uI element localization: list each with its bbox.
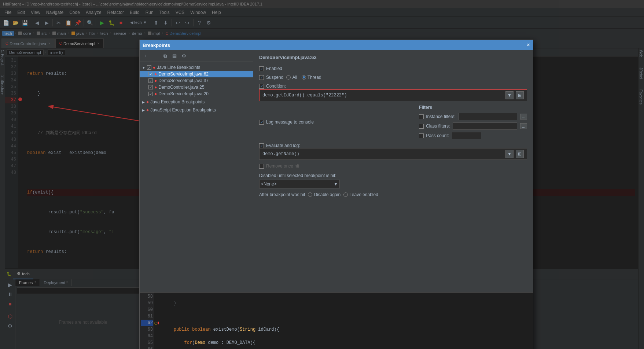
bp-item-62[interactable]: ✓ ● DemoServiceImpl.java:62	[140, 71, 253, 77]
bp-label-62: DemoServiceImpl.java:62	[158, 71, 209, 77]
bp-dot-62: ●	[154, 71, 157, 77]
pass-count-label[interactable]: Pass count:	[419, 133, 449, 138]
class-filter-checkbox[interactable]	[419, 124, 424, 129]
breakpoints-tree-panel: + − ⧉ ▤ ⚙ ▼ ✓ ● Java Line Breakpoints	[140, 50, 253, 292]
bp-config-btn[interactable]: ⚙	[180, 52, 188, 60]
bp-remove-btn[interactable]: −	[151, 52, 159, 60]
evaluate-check-label[interactable]: Evaluate and log:	[259, 143, 300, 148]
bp-item-controller25[interactable]: ✓ ● DemoController.java:25	[140, 84, 253, 91]
bp-section-header-java-exception[interactable]: ▶ ● Java Exception Breakpoints	[140, 99, 253, 105]
instance-filter-row: Instance filters: ...	[419, 113, 527, 120]
bp-add-btn[interactable]: +	[142, 52, 150, 60]
dialog-title-bar: Breakpoints ×	[140, 40, 533, 50]
bp-check-37[interactable]: ✓	[148, 78, 153, 83]
instance-filter-input[interactable]	[459, 113, 517, 120]
bp-section-java-line: ▼ ✓ ● Java Line Breakpoints ✓ ● DemoServ…	[140, 63, 253, 98]
disable-again-radio[interactable]	[308, 192, 312, 197]
suspend-all-radio[interactable]	[286, 75, 291, 80]
bp-check-62[interactable]: ✓	[148, 72, 153, 76]
bp-section-header-js-exception[interactable]: ▶ ● JavaScript Exception Breakpoints	[140, 107, 253, 113]
dialog-body: + − ⧉ ▤ ⚙ ▼ ✓ ● Java Line Breakpoints	[140, 50, 533, 292]
condition-input[interactable]	[262, 93, 503, 98]
evaluate-input[interactable]	[262, 151, 503, 157]
bp-dot-37: ●	[154, 78, 157, 83]
evaluate-checkbox[interactable]	[259, 143, 264, 148]
modal-overlay: Breakpoints × + − ⧉ ▤ ⚙ ▼	[0, 0, 644, 349]
pass-count-row: Pass count:	[419, 132, 527, 139]
condition-check-label[interactable]: Condition:	[259, 84, 286, 89]
bp-section-header-java-line[interactable]: ▼ ✓ ● Java Line Breakpoints	[140, 64, 253, 71]
evaluate-expand-btn[interactable]: ⊞	[516, 150, 524, 158]
bp-location-text: DemoServiceImpl.java:62	[259, 55, 527, 60]
bp-label-controller25: DemoController.java:25	[158, 85, 204, 90]
bp-check-controller25[interactable]: ✓	[148, 85, 153, 89]
log-message-checkbox[interactable]	[259, 120, 264, 125]
bp-label-20: DemoServiceImpl.java:20	[158, 91, 209, 96]
log-message-check-label[interactable]: Log message to console	[259, 120, 314, 125]
condition-expand-btn[interactable]: ⊞	[516, 91, 524, 99]
bp-copy-btn[interactable]: ⧉	[161, 52, 169, 60]
bp-toolbar: + − ⧉ ▤ ⚙	[140, 50, 253, 62]
bp-section-js-exception: ▶ ● JavaScript Exception Breakpoints	[140, 106, 253, 114]
pass-count-checkbox[interactable]	[419, 133, 424, 138]
bp-check-20[interactable]: ✓	[148, 92, 153, 96]
cv-line-numbers: 58596061 62 63646566 67686970 7172	[140, 293, 154, 349]
evaluate-row: Evaluate and log:	[259, 143, 527, 148]
condition-row: Condition:	[259, 84, 527, 89]
class-filter-input[interactable]	[453, 122, 517, 130]
bp-orange-dot-exception: ●	[146, 99, 149, 104]
bp-orange-dot-js: ●	[146, 107, 149, 113]
suspend-thread-option[interactable]: Thread	[302, 75, 321, 80]
leave-enabled-radio[interactable]	[343, 192, 348, 197]
pass-count-input[interactable]	[452, 132, 481, 139]
remove-once-checkbox[interactable]	[259, 164, 264, 169]
dialog-close-button[interactable]: ×	[527, 42, 530, 48]
class-filter-label[interactable]: Class filters:	[419, 124, 450, 129]
class-filter-row: Class filters: ...	[419, 122, 527, 130]
condition-history-btn[interactable]: ▼	[505, 91, 514, 99]
remove-once-label[interactable]: Remove once hit	[259, 164, 299, 169]
evaluate-input-box: ▼ ⊞	[259, 148, 527, 160]
breakpoints-right-panel: DemoServiceImpl.java:62 Enabled Suspend	[253, 50, 533, 292]
instance-filter-dots[interactable]: ...	[520, 114, 527, 120]
instance-filter-label[interactable]: Instance filters:	[419, 114, 456, 119]
breakpoints-dialog: Breakpoints × + − ⧉ ▤ ⚙ ▼	[139, 40, 533, 349]
enabled-checkbox[interactable]	[259, 66, 264, 71]
after-hit-label: After breakpoint was hit	[259, 192, 305, 197]
bp-label-37: DemoServiceImpl.java:37	[158, 78, 209, 83]
instance-filter-checkbox[interactable]	[419, 114, 424, 119]
suspend-check-label[interactable]: Suspend	[259, 75, 283, 80]
suspend-thread-radio[interactable]	[302, 75, 306, 80]
suspend-checkbox[interactable]	[259, 75, 264, 80]
bp-tree: ▼ ✓ ● Java Line Breakpoints ✓ ● DemoServ…	[140, 62, 253, 292]
suspend-radio-group: All Thread	[286, 75, 321, 80]
evaluate-section: Evaluate and log: ▼ ⊞	[259, 143, 527, 160]
disabled-until-dropdown[interactable]: <None> ▼	[259, 180, 340, 188]
leave-enabled-option[interactable]: Leave enabled	[343, 192, 378, 197]
enabled-check-label[interactable]: Enabled	[259, 66, 282, 71]
bp-item-37[interactable]: ✓ ● DemoServiceImpl.java:37	[140, 77, 253, 84]
bp-section-label-java-exception: Java Exception Breakpoints	[150, 99, 205, 104]
bp-section-java-exception: ▶ ● Java Exception Breakpoints	[140, 98, 253, 106]
code-viewer: 58596061 62 63646566 67686970 7172 ⬡	[140, 292, 533, 349]
bp-group-btn[interactable]: ▤	[170, 52, 179, 60]
bp-dot-20: ●	[154, 91, 157, 96]
filters-section: Filters Instance filters: ...	[413, 105, 527, 139]
evaluate-history-btn[interactable]: ▼	[505, 150, 514, 158]
expand-icon-java-exception: ▶	[142, 100, 145, 104]
bp-section-check-java-line[interactable]: ✓	[147, 65, 151, 70]
disable-again-option[interactable]: Disable again	[308, 192, 341, 197]
enabled-row: Enabled	[259, 66, 527, 71]
condition-checkbox[interactable]	[259, 84, 264, 89]
cv-code[interactable]: } public boolean existDemo(String idCard…	[160, 293, 533, 349]
bp-section-label-java-line: Java Line Breakpoints	[157, 65, 200, 70]
class-filter-dots[interactable]: ...	[520, 123, 527, 129]
bp-item-20[interactable]: ✓ ● DemoServiceImpl.java:20	[140, 91, 253, 97]
remove-once-row: Remove once hit	[259, 164, 527, 169]
log-message-row: Log message to console Filters Instance …	[259, 105, 527, 139]
dialog-title-text: Breakpoints	[143, 43, 170, 48]
filters-title: Filters	[419, 105, 527, 110]
suspend-all-option[interactable]: All	[286, 75, 297, 80]
after-hit-row: After breakpoint was hit Disable again L…	[259, 192, 527, 197]
condition-input-box: ▼ ⊞	[259, 89, 527, 101]
